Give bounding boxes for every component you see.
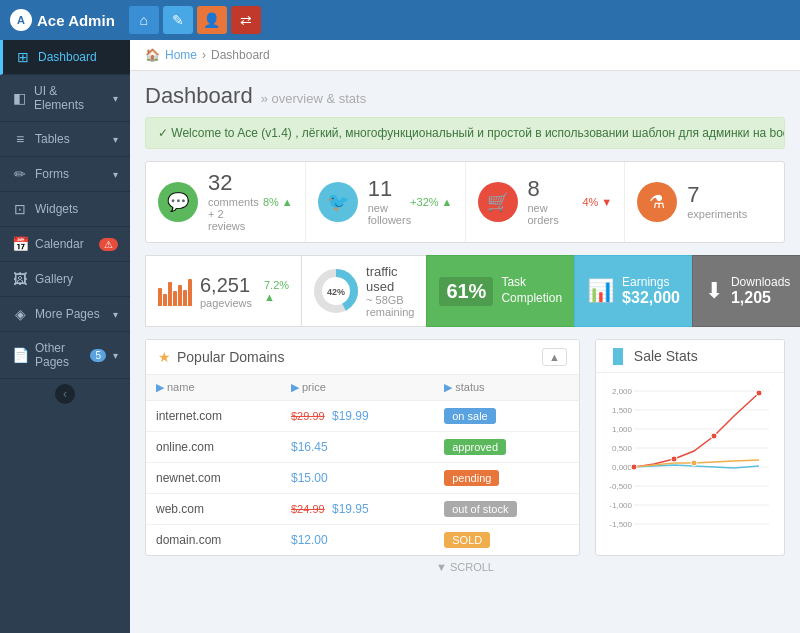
chevron-icon: ▾ (113, 169, 118, 180)
sidebar-item-dashboard[interactable]: ⊞ Dashboard (0, 40, 130, 75)
domains-title-text: Popular Domains (177, 349, 284, 365)
sidebar-label-more-pages: More Pages (35, 307, 100, 321)
sidebar-label-ui-elements: UI & Elements (34, 84, 106, 112)
price-new: $16.45 (291, 440, 328, 454)
donut-chart: 42% (314, 269, 358, 313)
table-row: domain.com $12.00 SOLD (146, 525, 579, 556)
brand-name: Ace Admin (37, 12, 115, 29)
sidebar: ⊞ Dashboard ◧ UI & Elements ▾ ≡ Tables ▾… (0, 40, 130, 633)
home-topbar-button[interactable]: ⌂ (129, 6, 159, 34)
main-layout: ⊞ Dashboard ◧ UI & Elements ▾ ≡ Tables ▾… (0, 40, 800, 633)
domain-name: internet.com (146, 401, 281, 432)
sidebar-label-tables: Tables (35, 132, 70, 146)
traffic-info: traffic used ~ 58GB remaining (366, 264, 414, 318)
svg-point-26 (691, 460, 697, 466)
orders-label: new orders (528, 202, 573, 226)
earnings-label: Earnings (622, 275, 680, 289)
price-old: $24.99 (291, 503, 325, 515)
domain-status: out of stock (434, 494, 579, 525)
domain-name: web.com (146, 494, 281, 525)
user-topbar-button[interactable]: 👤 (197, 6, 227, 34)
domain-status: approved (434, 432, 579, 463)
logo-icon: A (10, 9, 32, 31)
task-completion-card: 61% Task Completion (426, 255, 575, 327)
stat-card-pageviews: 6,251 pageviews 7.2% ▲ (145, 255, 302, 327)
orders-number: 8 (528, 178, 573, 200)
svg-text:1.0: 1.0 (758, 529, 770, 531)
table-row: web.com $24.99 $19.95 out of stock (146, 494, 579, 525)
domain-price: $24.99 $19.95 (281, 494, 434, 525)
content-area: 🏠 Home › Dashboard Dashboard » overview … (130, 40, 800, 633)
more-pages-icon: ◈ (12, 306, 28, 322)
comments-change: 8% ▲ (263, 196, 293, 208)
task-pct: 61% (439, 277, 493, 306)
sidebar-divider: ‹ (0, 379, 130, 409)
svg-text:2,000: 2,000 (612, 387, 633, 396)
traffic-sublabel: ~ 58GB remaining (366, 294, 414, 318)
sidebar-item-tables[interactable]: ≡ Tables ▾ (0, 122, 130, 157)
stat-info-experiments: 7 experiments (687, 184, 772, 220)
stat-card-traffic: 42% traffic used ~ 58GB remaining (301, 255, 427, 327)
col-header-price: ▶price (281, 375, 434, 401)
home-icon: 🏠 (145, 48, 160, 62)
downloads-icon: ⬇ (705, 278, 723, 304)
sidebar-item-gallery[interactable]: 🖼 Gallery (0, 262, 130, 297)
edit-topbar-button[interactable]: ✎ (163, 6, 193, 34)
star-icon: ★ (158, 349, 171, 365)
stat-info-orders: 8 new orders (528, 178, 573, 226)
sidebar-item-more-pages[interactable]: ◈ More Pages ▾ (0, 297, 130, 332)
comments-icon: 💬 (158, 182, 198, 222)
status-badge: approved (444, 439, 506, 455)
other-pages-icon: 📄 (12, 347, 28, 363)
svg-point-25 (756, 390, 762, 396)
sidebar-label-calendar: Calendar (35, 237, 84, 251)
chevron-icon: ▾ (113, 350, 118, 361)
followers-label: new followers (368, 202, 400, 226)
salestats-title: ▐▌ Sale Stats (608, 348, 698, 364)
dashboard-icon: ⊞ (15, 49, 31, 65)
salestats-title-text: Sale Stats (634, 348, 698, 364)
experiments-number: 7 (687, 184, 772, 206)
share-topbar-button[interactable]: ⇄ (231, 6, 261, 34)
stat-card-experiments: ⚗ 7 experiments (625, 162, 784, 242)
sidebar-item-widgets[interactable]: ⊡ Widgets (0, 192, 130, 227)
domains-panel-header: ★ Popular Domains ▲ (146, 340, 579, 375)
page-header: Dashboard » overview & stats (130, 71, 800, 117)
calendar-icon: 📅 (12, 236, 28, 252)
sidebar-label-dashboard: Dashboard (38, 50, 97, 64)
sidebar-label-forms: Forms (35, 167, 69, 181)
earnings-info: Earnings $32,000 (622, 275, 680, 307)
stat-card-followers: 🐦 11 new followers +32% ▲ (306, 162, 466, 242)
sidebar-item-ui-elements[interactable]: ◧ UI & Elements ▾ (0, 75, 130, 122)
domains-panel-title: ★ Popular Domains (158, 349, 284, 365)
page-title: Dashboard (145, 83, 253, 109)
page-subtitle: » overview & stats (261, 91, 367, 106)
earnings-card: 📊 Earnings $32,000 (574, 255, 693, 327)
pageviews-info: 6,251 pageviews (200, 274, 252, 309)
domain-status: SOLD (434, 525, 579, 556)
status-badge: SOLD (444, 532, 490, 548)
sidebar-item-forms[interactable]: ✏ Forms ▾ (0, 157, 130, 192)
table-row: internet.com $29.99 $19.99 on sale (146, 401, 579, 432)
followers-change: +32% ▲ (410, 196, 452, 208)
price-new: $12.00 (291, 533, 328, 547)
sidebar-collapse-button[interactable]: ‹ (55, 384, 75, 404)
sidebar-label-gallery: Gallery (35, 272, 73, 286)
breadcrumb-current: Dashboard (211, 48, 270, 62)
sidebar-item-calendar[interactable]: 📅 Calendar ⚠ (0, 227, 130, 262)
price-old: $29.99 (291, 410, 325, 422)
domain-price: $16.45 (281, 432, 434, 463)
downloads-card: ⬇ Downloads 1,205 (692, 255, 800, 327)
sidebar-item-other-pages[interactable]: 📄 Other Pages 5 ▾ (0, 332, 130, 379)
downloads-value: 1,205 (731, 289, 790, 307)
chevron-icon: ▾ (113, 134, 118, 145)
task-label: Task Completion (501, 275, 562, 306)
pageviews-change: 7.2% ▲ (264, 279, 289, 303)
breadcrumb-home-link[interactable]: Home (165, 48, 197, 62)
chevron-icon: ▾ (113, 309, 118, 320)
top-bar: A Ace Admin ⌂ ✎ 👤 ⇄ (0, 0, 800, 40)
task-label-2: Completion (501, 291, 562, 307)
domains-collapse-button[interactable]: ▲ (542, 348, 567, 366)
svg-point-22 (631, 464, 637, 470)
scroll-hint: ▼ SCROLL (130, 556, 800, 578)
